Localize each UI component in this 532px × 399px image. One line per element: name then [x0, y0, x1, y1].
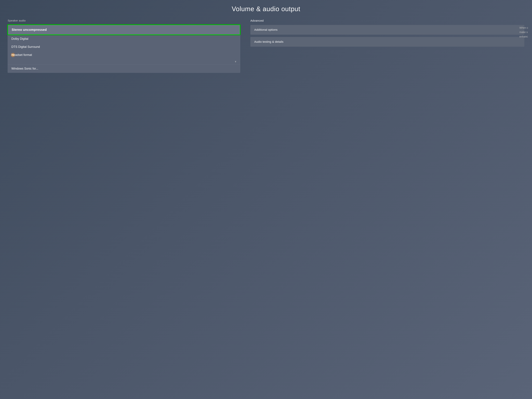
audio-testing-label: Audio testing & details — [254, 40, 283, 44]
dolby-digital-label: Dolby Digital — [11, 37, 28, 40]
dts-label: DTS Digital Surround — [11, 45, 40, 49]
audio-format-dropdown[interactable]: Stereo uncompressed Dolby Digital DTS Di… — [8, 25, 240, 73]
headset-format-label: Headset format — [11, 53, 32, 57]
page-container: Volume & audio output Speaker audio Ster… — [0, 0, 532, 399]
advanced-label: Advanced — [250, 19, 524, 22]
speaker-audio-label: Speaker audio — [8, 19, 240, 22]
additional-options-button[interactable]: Additional options — [250, 25, 524, 35]
dropdown-item-windows-sonic[interactable]: Windows Sonic for... — [8, 64, 240, 73]
dropdown-selected-item[interactable]: Stereo uncompressed — [8, 25, 240, 35]
side-note: When c make s enhanc — [519, 25, 528, 39]
additional-options-label: Additional options — [254, 28, 278, 32]
dropdown-selected-text: Stereo uncompressed — [12, 28, 47, 32]
scroll-indicator: ∨ — [8, 59, 240, 64]
content-area: Speaker audio Stereo uncompressed Dolby … — [8, 19, 524, 73]
dropdown-item-dolby[interactable]: Dolby Digital — [8, 35, 240, 43]
left-section: Speaker audio Stereo uncompressed Dolby … — [8, 19, 240, 73]
dropdown-item-dts[interactable]: DTS Digital Surround — [8, 43, 240, 51]
right-section: Advanced Additional options Audio testin… — [250, 19, 524, 49]
dropdown-list: Dolby Digital DTS Digital Surround Heads… — [8, 35, 240, 73]
dropdown-item-headset[interactable]: Headset format — [8, 51, 240, 59]
audio-testing-button[interactable]: Audio testing & details — [250, 37, 524, 47]
page-title: Volume & audio output — [8, 5, 524, 13]
